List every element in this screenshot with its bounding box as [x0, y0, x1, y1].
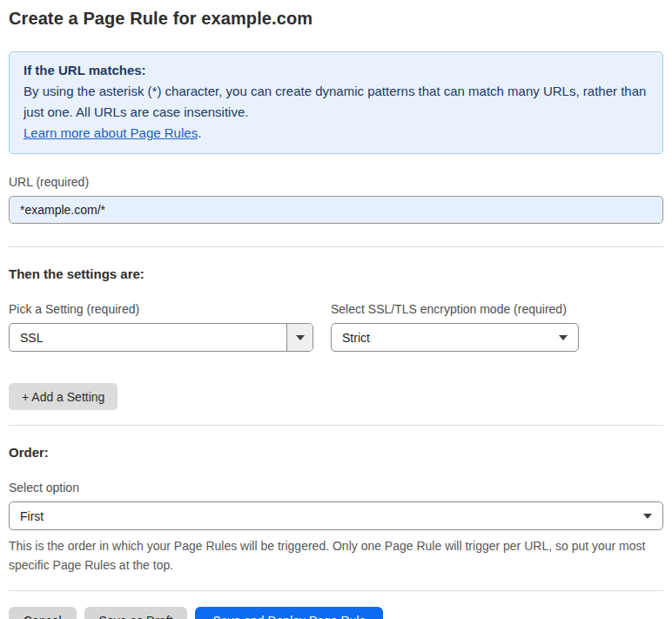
order-section-heading: Order: — [9, 445, 663, 460]
learn-more-link[interactable]: Learn more about Page Rules — [24, 125, 198, 140]
order-select-value: First — [10, 509, 643, 523]
footer-actions: Cancel Save as Draft Save and Deploy Pag… — [9, 607, 663, 619]
order-select[interactable]: First — [9, 501, 663, 530]
settings-section-heading: Then the settings are: — [9, 266, 663, 281]
url-input[interactable] — [9, 196, 663, 224]
cancel-button[interactable]: Cancel — [9, 607, 77, 619]
info-box-body: By using the asterisk (*) character, you… — [24, 81, 648, 123]
ssl-mode-field: Select SSL/TLS encryption mode (required… — [331, 302, 579, 352]
ssl-mode-label: Select SSL/TLS encryption mode (required… — [331, 302, 579, 316]
caret-down-icon — [643, 514, 652, 519]
order-help-text: This is the order in which your Page Rul… — [9, 536, 653, 575]
pick-setting-dropdown-button[interactable] — [286, 324, 312, 351]
divider — [9, 590, 663, 591]
order-select-label: Select option — [9, 481, 663, 495]
url-match-info-box: If the URL matches: By using the asteris… — [9, 51, 663, 154]
pick-setting-value: SSL — [10, 331, 286, 345]
add-setting-button[interactable]: + Add a Setting — [9, 383, 118, 410]
settings-row: Pick a Setting (required) SSL Select SSL… — [9, 302, 663, 352]
caret-down-icon — [559, 335, 568, 340]
info-box-heading: If the URL matches: — [24, 60, 648, 81]
create-page-rule-form: Create a Page Rule for example.com If th… — [0, 0, 672, 619]
pick-setting-label: Pick a Setting (required) — [9, 302, 313, 316]
link-suffix: . — [198, 125, 201, 140]
info-box-link-line: Learn more about Page Rules. — [24, 123, 648, 144]
ssl-mode-value: Strict — [332, 331, 559, 345]
url-field-label: URL (required) — [9, 175, 663, 189]
page-title: Create a Page Rule for example.com — [9, 9, 663, 29]
divider — [9, 246, 663, 247]
ssl-mode-select[interactable]: Strict — [331, 323, 579, 352]
pick-setting-field: Pick a Setting (required) SSL — [9, 302, 313, 352]
divider — [9, 425, 663, 426]
caret-down-icon — [296, 335, 305, 340]
save-as-draft-button[interactable]: Save as Draft — [84, 607, 188, 619]
pick-setting-select[interactable]: SSL — [9, 323, 313, 352]
save-and-deploy-button[interactable]: Save and Deploy Page Rule — [195, 607, 383, 619]
